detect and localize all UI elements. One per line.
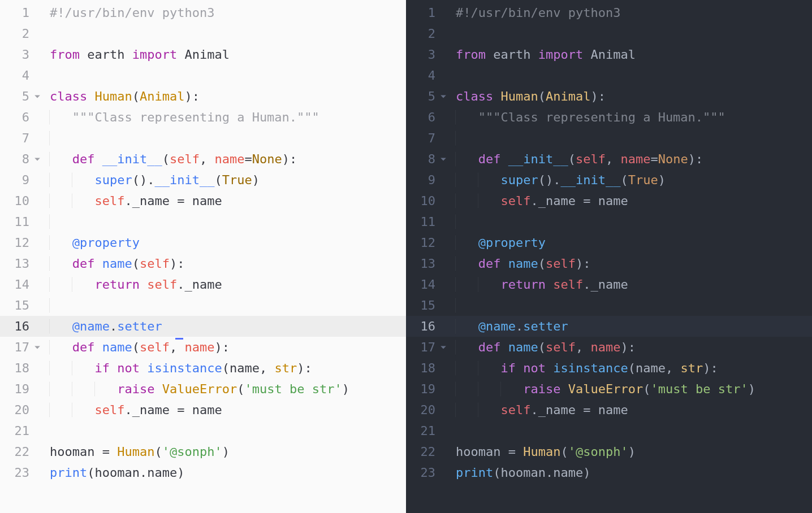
code-content[interactable]: return self._name <box>45 274 406 295</box>
code-content[interactable] <box>45 128 406 149</box>
code-content[interactable] <box>451 65 812 86</box>
code-content[interactable]: class Human(Animal): <box>451 86 812 107</box>
code-line-13[interactable]: 13 def name(self): <box>0 253 406 274</box>
code-line-13[interactable]: 13 def name(self): <box>406 253 812 274</box>
code-line-14[interactable]: 14 return self._name <box>406 274 812 295</box>
code-line-15[interactable]: 15 <box>0 295 406 316</box>
code-line-6[interactable]: 6 """Class representing a Human.""" <box>406 107 812 128</box>
code-line-12[interactable]: 12 @property <box>0 232 406 253</box>
code-line-7[interactable]: 7 <box>0 128 406 149</box>
code-content[interactable] <box>45 295 406 316</box>
code-line-1[interactable]: 1#!/usr/bin/env python3 <box>406 2 812 23</box>
code-line-23[interactable]: 23print(hooman.name) <box>0 462 406 483</box>
code-content[interactable]: def name(self): <box>45 253 406 274</box>
code-content[interactable]: raise ValueError('must be str') <box>45 379 406 399</box>
code-content[interactable]: self._name = name <box>451 190 812 211</box>
code-line-20[interactable]: 20 self._name = name <box>406 399 812 420</box>
code-line-12[interactable]: 12 @property <box>406 232 812 253</box>
code-line-14[interactable]: 14 return self._name <box>0 274 406 295</box>
editor-pane-dark[interactable]: 1#!/usr/bin/env python323from earth impo… <box>406 0 812 513</box>
code-content[interactable]: def __init__(self, name=None): <box>45 149 406 169</box>
code-line-9[interactable]: 9 super().__init__(True) <box>0 169 406 190</box>
code-content[interactable]: hooman = Human('@sonph') <box>451 441 812 462</box>
code-content[interactable]: @name.setter <box>45 316 406 337</box>
fold-gutter[interactable] <box>440 337 451 358</box>
code-content[interactable] <box>451 128 812 149</box>
code-content[interactable]: """Class representing a Human.""" <box>451 107 812 128</box>
code-content[interactable]: @name.setter <box>451 316 812 337</box>
code-content[interactable]: def name(self, name): <box>451 337 812 358</box>
code-line-1[interactable]: 1#!/usr/bin/env python3 <box>0 2 406 23</box>
code-content[interactable] <box>45 23 406 44</box>
fold-gutter[interactable] <box>440 86 451 107</box>
code-content[interactable] <box>451 295 812 316</box>
code-content[interactable]: #!/usr/bin/env python3 <box>451 2 812 23</box>
code-line-3[interactable]: 3from earth import Animal <box>0 44 406 65</box>
code-line-21[interactable]: 21 <box>0 420 406 441</box>
code-content[interactable]: def name(self, name): <box>45 337 406 358</box>
code-content[interactable] <box>451 23 812 44</box>
code-content[interactable]: from earth import Animal <box>451 44 812 65</box>
code-line-17[interactable]: 17 def name(self, name): <box>0 337 406 358</box>
code-content[interactable] <box>451 211 812 232</box>
code-content[interactable] <box>45 65 406 86</box>
code-content[interactable]: @property <box>451 232 812 253</box>
fold-gutter[interactable] <box>34 337 45 358</box>
code-line-3[interactable]: 3from earth import Animal <box>406 44 812 65</box>
code-line-22[interactable]: 22hooman = Human('@sonph') <box>406 441 812 462</box>
code-line-22[interactable]: 22hooman = Human('@sonph') <box>0 441 406 462</box>
code-content[interactable]: self._name = name <box>45 190 406 211</box>
code-line-8[interactable]: 8 def __init__(self, name=None): <box>406 149 812 169</box>
code-line-16[interactable]: 16 @name.setter <box>406 316 812 337</box>
code-line-20[interactable]: 20 self._name = name <box>0 399 406 420</box>
code-content[interactable]: hooman = Human('@sonph') <box>45 441 406 462</box>
editor-pane-light[interactable]: 1#!/usr/bin/env python323from earth impo… <box>0 0 406 513</box>
code-content[interactable]: #!/usr/bin/env python3 <box>45 2 406 23</box>
code-line-5[interactable]: 5class Human(Animal): <box>0 86 406 107</box>
code-line-23[interactable]: 23print(hooman.name) <box>406 462 812 483</box>
code-line-17[interactable]: 17 def name(self, name): <box>406 337 812 358</box>
code-line-10[interactable]: 10 self._name = name <box>0 190 406 211</box>
fold-gutter[interactable] <box>34 86 45 107</box>
code-line-19[interactable]: 19 raise ValueError('must be str') <box>406 379 812 399</box>
code-line-11[interactable]: 11 <box>406 211 812 232</box>
code-line-10[interactable]: 10 self._name = name <box>406 190 812 211</box>
code-content[interactable]: print(hooman.name) <box>451 462 812 483</box>
code-content[interactable]: if not isinstance(name, str): <box>45 358 406 379</box>
code-content[interactable]: super().__init__(True) <box>451 169 812 190</box>
code-line-18[interactable]: 18 if not isinstance(name, str): <box>406 358 812 379</box>
code-line-4[interactable]: 4 <box>406 65 812 86</box>
code-content[interactable]: def name(self): <box>451 253 812 274</box>
code-content[interactable]: super().__init__(True) <box>45 169 406 190</box>
code-line-19[interactable]: 19 raise ValueError('must be str') <box>0 379 406 399</box>
code-line-2[interactable]: 2 <box>0 23 406 44</box>
code-content[interactable]: raise ValueError('must be str') <box>451 379 812 399</box>
fold-gutter[interactable] <box>440 149 451 169</box>
code-content[interactable]: class Human(Animal): <box>45 86 406 107</box>
code-content[interactable]: def __init__(self, name=None): <box>451 149 812 169</box>
code-line-16[interactable]: 16 @name.setter <box>0 316 406 337</box>
code-line-18[interactable]: 18 if not isinstance(name, str): <box>0 358 406 379</box>
code-line-11[interactable]: 11 <box>0 211 406 232</box>
code-line-7[interactable]: 7 <box>406 128 812 149</box>
code-line-9[interactable]: 9 super().__init__(True) <box>406 169 812 190</box>
code-line-6[interactable]: 6 """Class representing a Human.""" <box>0 107 406 128</box>
code-line-5[interactable]: 5class Human(Animal): <box>406 86 812 107</box>
code-content[interactable]: self._name = name <box>45 399 406 420</box>
code-content[interactable]: if not isinstance(name, str): <box>451 358 812 379</box>
code-line-2[interactable]: 2 <box>406 23 812 44</box>
code-line-15[interactable]: 15 <box>406 295 812 316</box>
code-content[interactable]: print(hooman.name) <box>45 462 406 483</box>
code-content[interactable]: return self._name <box>451 274 812 295</box>
code-line-21[interactable]: 21 <box>406 420 812 441</box>
code-content[interactable] <box>45 420 406 441</box>
code-line-4[interactable]: 4 <box>0 65 406 86</box>
code-content[interactable] <box>451 420 812 441</box>
code-content[interactable]: @property <box>45 232 406 253</box>
code-content[interactable]: from earth import Animal <box>45 44 406 65</box>
code-content[interactable] <box>45 211 406 232</box>
code-content[interactable]: """Class representing a Human.""" <box>45 107 406 128</box>
code-line-8[interactable]: 8 def __init__(self, name=None): <box>0 149 406 169</box>
code-content[interactable]: self._name = name <box>451 399 812 420</box>
fold-gutter[interactable] <box>34 149 45 169</box>
